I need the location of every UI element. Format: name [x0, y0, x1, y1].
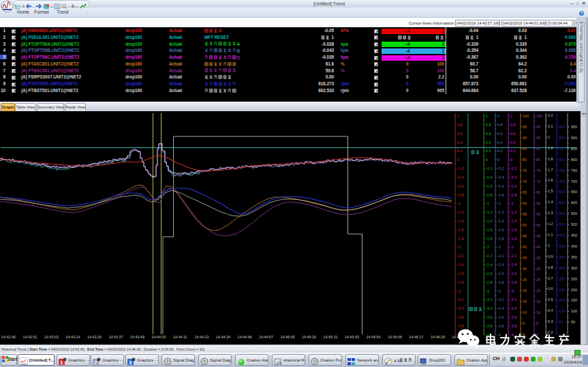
svg-text:25: 25 — [523, 278, 527, 282]
svg-text:80: 80 — [523, 158, 527, 162]
svg-text:-3.2: -3.2 — [486, 297, 492, 302]
svg-text:55: 55 — [536, 212, 540, 216]
svg-text:-0.2: -0.2 — [510, 166, 516, 171]
svg-text:95: 95 — [536, 125, 540, 129]
svg-text:30: 30 — [523, 267, 527, 271]
svg-text:-1.8: -1.8 — [486, 237, 492, 241]
svg-text:0.7: 0.7 — [548, 276, 553, 280]
svg-text:75: 75 — [536, 168, 540, 173]
svg-text:700: 700 — [559, 179, 565, 184]
svg-text:450: 450 — [571, 233, 577, 237]
svg-text:0.4: 0.4 — [548, 308, 553, 312]
svg-text:20: 20 — [523, 289, 527, 293]
svg-text:-3.6: -3.6 — [486, 315, 492, 319]
svg-text:14:44:46: 14:44:46 — [238, 335, 252, 339]
svg-text:350: 350 — [571, 255, 577, 259]
svg-text:-2.6: -2.6 — [510, 271, 516, 276]
svg-text:400: 400 — [571, 244, 577, 248]
svg-text:-3.2: -3.2 — [497, 297, 504, 302]
svg-text:-1.8: -1.8 — [497, 237, 504, 241]
svg-text:-1.8: -1.8 — [457, 237, 463, 241]
svg-text:35: 35 — [536, 256, 540, 260]
svg-text:0.4: 0.4 — [457, 141, 463, 145]
svg-text:55: 55 — [523, 212, 527, 216]
svg-text:15: 15 — [523, 299, 527, 304]
svg-text:0.8: 0.8 — [497, 123, 503, 127]
svg-text:-2.2: -2.2 — [510, 254, 516, 258]
svg-text:14:46:29: 14:46:29 — [431, 335, 445, 339]
svg-text:2: 2 — [94, 359, 97, 366]
svg-text:85: 85 — [523, 147, 527, 151]
svg-text:300: 300 — [559, 266, 565, 270]
svg-text:-0.6: -0.6 — [510, 184, 516, 188]
svg-text:650: 650 — [571, 190, 577, 194]
svg-text:-0.2: -0.2 — [486, 166, 492, 171]
svg-text:100: 100 — [571, 309, 577, 313]
svg-text:-2.2: -2.2 — [457, 254, 463, 258]
svg-text:0.4: 0.4 — [497, 141, 503, 145]
svg-text:14:45:54: 14:45:54 — [367, 335, 381, 339]
svg-text:500: 500 — [571, 222, 577, 226]
svg-text:14:42:40: 14:42:40 — [1, 335, 16, 339]
svg-text:0.2: 0.2 — [486, 149, 491, 153]
svg-text:14:43:49: 14:43:49 — [130, 335, 144, 339]
svg-text:-2.2: -2.2 — [497, 254, 504, 258]
svg-text:-2.4: -2.4 — [457, 263, 463, 267]
svg-text:-2.4: -2.4 — [497, 263, 504, 267]
svg-text:-3: -3 — [497, 289, 501, 293]
svg-text:1.1: 1.1 — [548, 233, 553, 237]
svg-text:800: 800 — [571, 158, 577, 162]
svg-text:50: 50 — [536, 223, 540, 227]
svg-text:14:45:31: 14:45:31 — [324, 335, 338, 339]
svg-text:20: 20 — [536, 289, 540, 293]
svg-text:250: 250 — [559, 277, 565, 281]
svg-text:75: 75 — [523, 168, 527, 173]
svg-text:-2.8: -2.8 — [486, 280, 492, 284]
svg-text:1.4: 1.4 — [548, 200, 553, 204]
svg-text:25: 25 — [536, 278, 540, 282]
svg-text:-2.6: -2.6 — [497, 271, 504, 276]
svg-text:700: 700 — [571, 179, 577, 184]
svg-text:95: 95 — [523, 125, 527, 129]
svg-text:950: 950 — [559, 125, 565, 129]
svg-text:200: 200 — [559, 288, 565, 292]
svg-text:850: 850 — [559, 147, 565, 151]
svg-text:-1.2: -1.2 — [510, 210, 516, 214]
svg-text:1.2: 1.2 — [548, 222, 553, 226]
svg-text:14:46:06: 14:46:06 — [388, 335, 402, 339]
svg-text:15: 15 — [536, 299, 540, 304]
svg-text:0: 0 — [457, 158, 459, 162]
svg-text:30: 30 — [536, 267, 540, 271]
svg-text:65: 65 — [536, 190, 540, 194]
svg-text:100: 100 — [523, 114, 529, 118]
svg-text:-2: -2 — [457, 245, 461, 249]
svg-text:-0.4: -0.4 — [457, 175, 463, 179]
svg-text:-2.4: -2.4 — [510, 263, 516, 267]
svg-text:550: 550 — [571, 211, 577, 216]
svg-text:-1.6: -1.6 — [510, 228, 516, 232]
svg-text:900: 900 — [559, 136, 565, 140]
svg-text:0.8: 0.8 — [548, 265, 553, 269]
svg-text:0: 0 — [486, 158, 488, 162]
svg-text:2.2: 2.2 — [548, 113, 553, 117]
svg-text:-1.6: -1.6 — [497, 228, 504, 232]
svg-text:14:43:03: 14:43:03 — [44, 335, 59, 339]
svg-text:2: 2 — [548, 135, 550, 139]
svg-text:-0.8: -0.8 — [486, 193, 492, 197]
svg-text:-0.4: -0.4 — [497, 175, 504, 179]
svg-text:5: 5 — [523, 321, 525, 325]
svg-text:-1: -1 — [457, 201, 461, 205]
svg-text:-3: -3 — [486, 289, 489, 293]
svg-text:65: 65 — [523, 190, 527, 194]
svg-text:40: 40 — [523, 245, 527, 249]
svg-text:-3.6: -3.6 — [510, 315, 516, 319]
svg-text:80: 80 — [536, 158, 540, 162]
svg-text:1.5: 1.5 — [548, 189, 553, 193]
svg-text:-3.4: -3.4 — [457, 306, 463, 310]
svg-text:0.6: 0.6 — [510, 132, 516, 136]
svg-text:10: 10 — [536, 310, 540, 314]
svg-text:-3.4: -3.4 — [497, 306, 504, 310]
svg-text:-1: -1 — [486, 201, 489, 205]
svg-text:1.8: 1.8 — [548, 157, 553, 161]
svg-text:-0.6: -0.6 — [486, 184, 492, 188]
